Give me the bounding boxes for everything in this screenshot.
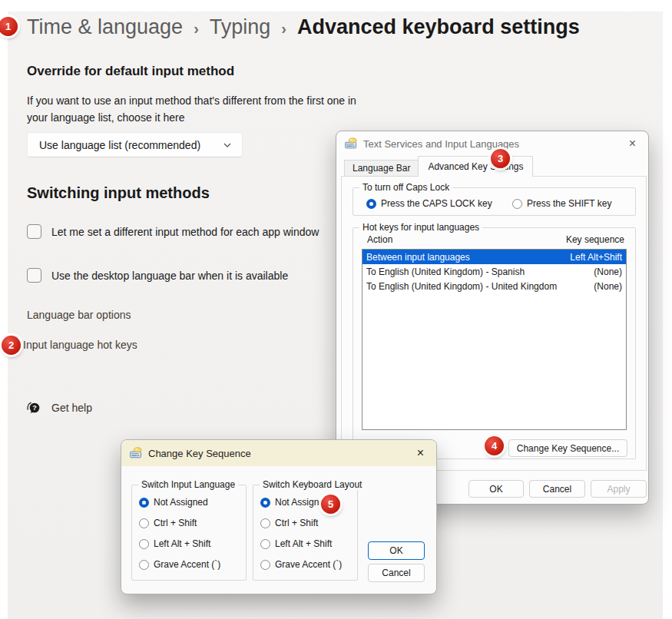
page-title: Advanced keyboard settings (297, 15, 580, 39)
radio-input-grave-accent[interactable]: Grave Accent (`) (139, 559, 246, 570)
radio-button-icon[interactable] (260, 539, 270, 549)
checkbox-row-desktop-language-bar[interactable]: Use the desktop language bar when it is … (27, 268, 288, 283)
input-language-hot-keys-link[interactable]: Input language hot keys (23, 339, 137, 351)
radio-button-icon[interactable] (260, 518, 270, 528)
column-header-key-sequence: Key sequence (566, 234, 624, 245)
apply-button: Apply (591, 480, 647, 498)
radio-press-shift[interactable]: Press the SHIFT key (512, 198, 611, 209)
cancel-button[interactable]: Cancel (529, 480, 585, 498)
radio-label: Ctrl + Shift (154, 518, 197, 528)
cancel-button[interactable]: Cancel (368, 564, 425, 582)
hot-keys-column-headers: Action Key sequence (367, 234, 624, 245)
column-header-action: Action (367, 234, 392, 245)
override-section-title: Override for default input method (27, 64, 234, 79)
list-item-key: (None) (594, 266, 622, 277)
caps-lock-group-legend: To turn off Caps Lock (359, 182, 452, 193)
text-services-dialog-title: Text Services and Input Languages (363, 138, 519, 150)
radio-button-icon[interactable] (366, 199, 376, 209)
caps-lock-group: To turn off Caps Lock Press the CAPS LOC… (353, 187, 636, 216)
list-item-to-english-united-kingdom[interactable]: To English (United Kingdom) - United Kin… (362, 279, 626, 293)
help-icon: ? (25, 400, 41, 415)
breadcrumb-time-language[interactable]: Time & language (27, 15, 183, 39)
radio-input-ctrl-shift[interactable]: Ctrl + Shift (139, 518, 246, 528)
hot-keys-listbox[interactable]: Between input languages Left Alt+Shift T… (362, 249, 627, 430)
breadcrumb-separator: › (194, 20, 199, 38)
input-method-dropdown-value: Use language list (recommended) (39, 139, 200, 151)
switch-input-language-group: Switch Input Language Not Assigned Ctrl … (131, 485, 247, 581)
desktop-language-bar-checkbox[interactable] (27, 268, 41, 283)
svg-text:?: ? (32, 404, 37, 412)
list-item-action: Between input languages (366, 252, 470, 263)
radio-press-shift-label: Press the SHIFT key (527, 198, 611, 209)
breadcrumb-separator: › (281, 20, 286, 38)
switch-keyboard-layout-legend: Switch Keyboard Layout (260, 479, 365, 490)
radio-button-icon[interactable] (139, 518, 149, 528)
close-icon[interactable]: × (413, 445, 428, 461)
breadcrumb: Time & language › Typing › Advanced keyb… (27, 15, 580, 39)
change-key-sequence-button[interactable]: Change Key Sequence... (508, 439, 627, 457)
radio-input-not-assigned[interactable]: Not Assigned (139, 497, 246, 508)
switching-section-title: Switching input methods (27, 184, 210, 202)
radio-button-icon[interactable] (139, 498, 149, 508)
chevron-down-icon (223, 141, 232, 150)
annotation-badge-2: 2 (2, 336, 21, 355)
tab-advanced-key-settings[interactable]: Advanced Key Settings (418, 156, 533, 177)
radio-button-icon[interactable] (260, 498, 270, 508)
keyboard-icon (130, 447, 142, 459)
switch-input-language-options: Not Assigned Ctrl + Shift Left Alt + Shi… (132, 485, 246, 570)
change-key-sequence-titlebar[interactable]: Change Key Sequence × (121, 440, 436, 466)
annotation-badge-5: 5 (321, 495, 340, 514)
list-item-between-input-languages[interactable]: Between input languages Left Alt+Shift (362, 250, 626, 264)
radio-label: Ctrl + Shift (275, 518, 318, 528)
radio-press-caps-lock[interactable]: Press the CAPS LOCK key (366, 198, 512, 209)
annotation-badge-3: 3 (491, 149, 510, 168)
override-description-line1: If you want to use an input method that'… (27, 92, 356, 109)
list-item-action: To English (United Kingdom) - United Kin… (366, 281, 557, 292)
radio-label: Grave Accent (`) (154, 559, 220, 570)
radio-label: Not Assigned (154, 497, 208, 508)
radio-press-caps-lock-label: Press the CAPS LOCK key (381, 198, 492, 209)
change-key-sequence-dialog-title: Change Key Sequence (148, 448, 251, 459)
list-item-key: (None) (594, 281, 622, 292)
ok-button[interactable]: OK (468, 480, 524, 498)
change-key-sequence-dialog: Change Key Sequence × Switch Input Langu… (121, 439, 437, 594)
radio-button-icon[interactable] (139, 539, 149, 549)
hot-keys-group: Hot keys for input languages Action Key … (353, 227, 636, 459)
radio-layout-ctrl-shift[interactable]: Ctrl + Shift (260, 518, 357, 528)
list-item-key: Left Alt+Shift (570, 252, 622, 263)
breadcrumb-typing[interactable]: Typing (210, 15, 271, 39)
ok-button[interactable]: OK (368, 541, 425, 560)
radio-layout-not-assigned[interactable]: Not Assigned (260, 497, 357, 508)
switch-keyboard-layout-group: Switch Keyboard Layout Not Assigned Ctrl… (253, 485, 358, 581)
keyboard-icon (345, 137, 357, 150)
radio-button-icon[interactable] (260, 560, 270, 570)
list-item-to-english-spanish[interactable]: To English (United Kingdom) - Spanish (N… (362, 264, 626, 279)
close-icon[interactable]: × (625, 136, 640, 151)
language-bar-options-link[interactable]: Language bar options (27, 309, 131, 321)
radio-button-icon[interactable] (139, 560, 149, 570)
input-method-dropdown[interactable]: Use language list (recommended) (27, 132, 243, 157)
switch-input-language-legend: Switch Input Language (138, 479, 238, 490)
get-help-label: Get help (51, 402, 92, 414)
radio-input-left-alt-shift[interactable]: Left Alt + Shift (139, 538, 246, 549)
override-description-line2: your language list, choose it here (27, 109, 356, 126)
advanced-key-settings-panel: To turn off Caps Lock Press the CAPS LOC… (341, 176, 647, 471)
radio-label: Left Alt + Shift (154, 538, 210, 549)
per-app-input-label: Let me set a different input method for … (51, 226, 319, 238)
tab-language-bar[interactable]: Language Bar (344, 160, 419, 177)
checkbox-row-per-app-input[interactable]: Let me set a different input method for … (27, 224, 319, 239)
radio-button-icon[interactable] (512, 199, 522, 209)
switch-keyboard-layout-options: Not Assigned Ctrl + Shift Left Alt + Shi… (253, 485, 357, 570)
list-item-action: To English (United Kingdom) - Spanish (366, 266, 525, 277)
radio-label: Grave Accent (`) (275, 559, 342, 570)
get-help-link[interactable]: ? Get help (25, 400, 92, 415)
radio-layout-left-alt-shift[interactable]: Left Alt + Shift (260, 538, 357, 549)
hot-keys-group-legend: Hot keys for input languages (359, 222, 482, 233)
annotation-badge-4: 4 (485, 436, 504, 455)
radio-layout-grave-accent[interactable]: Grave Accent (`) (260, 559, 357, 570)
desktop-language-bar-label: Use the desktop language bar when it is … (51, 270, 288, 282)
per-app-input-checkbox[interactable] (27, 224, 41, 239)
radio-label: Left Alt + Shift (275, 538, 332, 549)
override-description: If you want to use an input method that'… (27, 92, 356, 126)
